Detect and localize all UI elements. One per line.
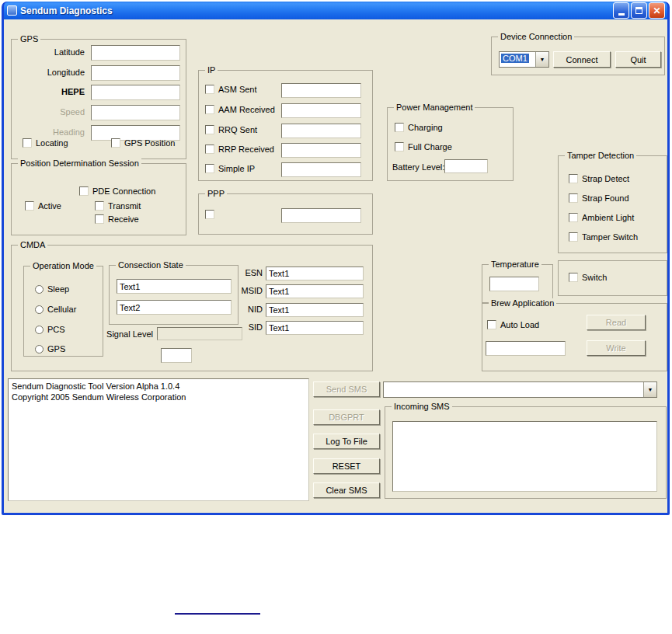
checkbox-box: [395, 142, 404, 152]
checkbox-box: [487, 320, 496, 329]
locating-checkbox[interactable]: Locating: [23, 138, 68, 148]
checkbox-box: [79, 186, 89, 196]
chevron-down-icon[interactable]: ▼: [643, 382, 656, 397]
quit-button[interactable]: Quit: [615, 51, 661, 68]
active-checkbox[interactable]: Active: [25, 201, 61, 211]
com-port-select[interactable]: COM1 ▼: [499, 51, 549, 68]
checkbox-box: [205, 125, 214, 134]
auto-load-checkbox[interactable]: Auto Load: [487, 320, 539, 329]
gps-radio[interactable]: GPS: [35, 344, 65, 354]
tamper-switch-checkbox[interactable]: Tamper Switch: [569, 232, 638, 242]
hepe-input[interactable]: [91, 85, 180, 100]
checkbox-label: Auto Load: [500, 320, 539, 329]
dbgprt-button[interactable]: DBGPRT: [313, 409, 380, 425]
checkbox-label: Locating: [36, 138, 68, 148]
pcs-radio[interactable]: PCS: [35, 325, 65, 334]
client-area: GPS Latitude Longitude HEPE Speed Headin…: [4, 19, 667, 513]
clear-sms-button[interactable]: Clear SMS: [313, 482, 380, 498]
incoming-sms-textarea[interactable]: [392, 421, 657, 492]
charging-checkbox[interactable]: Charging: [395, 123, 443, 132]
checkbox-box: [569, 232, 578, 242]
radio-label: Cellular: [47, 305, 76, 314]
checkbox-label: ASM Sent: [218, 85, 257, 94]
checkbox-box: [205, 105, 214, 114]
checkbox-box: [569, 174, 578, 183]
connection-state-input-1[interactable]: [117, 279, 232, 294]
radio-circle: [35, 326, 44, 334]
rrp-received-input[interactable]: [281, 143, 361, 158]
latitude-input[interactable]: [91, 45, 180, 61]
nid-input[interactable]: [266, 303, 364, 317]
write-button[interactable]: Write: [587, 340, 646, 356]
asm-sent-input[interactable]: [281, 83, 361, 98]
simple-ip-input[interactable]: [281, 162, 361, 177]
rrq-sent-input[interactable]: [281, 124, 361, 138]
checkbox-box: [111, 138, 120, 148]
log-output[interactable]: Sendum Diagnostic Tool Version Alpha 1.0…: [8, 378, 309, 501]
radio-label: PCS: [47, 325, 65, 334]
battery-level-input[interactable]: [444, 159, 488, 173]
checkbox-label: Strap Found: [582, 193, 629, 203]
ppp-checkbox[interactable]: [205, 210, 214, 219]
chevron-down-icon[interactable]: ▼: [535, 52, 548, 67]
minimize-icon: [618, 13, 625, 16]
brew-input[interactable]: [486, 341, 566, 356]
checkbox-box: [205, 164, 214, 173]
connection-state-input-2[interactable]: [117, 300, 232, 315]
close-button[interactable]: ✕: [649, 2, 665, 19]
rrp-received-checkbox[interactable]: RRP Received: [205, 145, 274, 154]
gps-position-checkbox[interactable]: GPS Position: [111, 138, 175, 148]
ambient-light-checkbox[interactable]: Ambient Light: [569, 213, 634, 222]
checkbox-label: AAM Received: [218, 105, 275, 114]
read-button[interactable]: Read: [587, 315, 646, 330]
title-bar[interactable]: Sendum Diagnostics ✕: [4, 2, 667, 19]
checkbox-label: Tamper Switch: [582, 232, 638, 242]
checkbox-label: PDE Connection: [92, 186, 155, 196]
send-sms-button[interactable]: Send SMS: [313, 381, 380, 397]
speed-input[interactable]: [91, 105, 180, 120]
strap-found-checkbox[interactable]: Strap Found: [569, 193, 629, 203]
aam-received-checkbox[interactable]: AAM Received: [205, 105, 275, 114]
asm-sent-checkbox[interactable]: ASM Sent: [205, 85, 257, 94]
position-session-group: Position Determination Session: [11, 163, 186, 235]
window-controls: ✕: [613, 2, 665, 19]
checkbox-box: [205, 145, 214, 154]
checkbox-box: [205, 85, 214, 94]
radio-circle: [35, 285, 44, 294]
simple-ip-checkbox[interactable]: Simple IP: [205, 164, 255, 173]
cellular-radio[interactable]: Cellular: [35, 305, 76, 314]
log-line: Sendum Diagnostic Tool Version Alpha 1.0…: [12, 381, 305, 392]
checkbox-box: [25, 201, 34, 211]
temperature-input[interactable]: [489, 277, 539, 291]
strap-detect-checkbox[interactable]: Strap Detect: [569, 174, 629, 183]
sid-input[interactable]: [266, 321, 364, 335]
radio-circle: [35, 305, 44, 314]
close-icon: ✕: [653, 6, 660, 16]
signal-level-input[interactable]: [161, 348, 192, 363]
minimize-button[interactable]: [613, 2, 629, 19]
receive-checkbox[interactable]: Receive: [95, 214, 139, 224]
esn-label: ESN: [233, 268, 263, 277]
full-charge-checkbox[interactable]: Full Charge: [395, 142, 452, 152]
checkbox-label: Switch: [582, 273, 607, 282]
incoming-sms-group-title: Incoming SMS: [392, 402, 452, 412]
radio-label: Sleep: [47, 284, 69, 294]
checkbox-box: [205, 210, 214, 219]
msid-input[interactable]: [266, 284, 364, 298]
maximize-button[interactable]: [631, 2, 647, 19]
checkbox-label: RRP Received: [218, 145, 274, 154]
sleep-radio[interactable]: Sleep: [35, 284, 69, 294]
connect-button[interactable]: Connect: [553, 51, 611, 68]
rrq-sent-checkbox[interactable]: RRQ Sent: [205, 125, 257, 134]
log-to-file-button[interactable]: Log To File: [313, 434, 380, 449]
esn-input[interactable]: [266, 266, 364, 280]
signal-level-display: [157, 327, 242, 340]
transmit-checkbox[interactable]: Transmit: [95, 201, 141, 211]
sms-select[interactable]: ▼: [383, 381, 657, 398]
pde-connection-checkbox[interactable]: PDE Connection: [79, 186, 155, 196]
longitude-input[interactable]: [91, 65, 180, 81]
ppp-input[interactable]: [281, 208, 361, 223]
switch-checkbox[interactable]: Switch: [569, 273, 607, 282]
reset-button[interactable]: RESET: [313, 458, 380, 474]
aam-received-input[interactable]: [281, 103, 361, 118]
